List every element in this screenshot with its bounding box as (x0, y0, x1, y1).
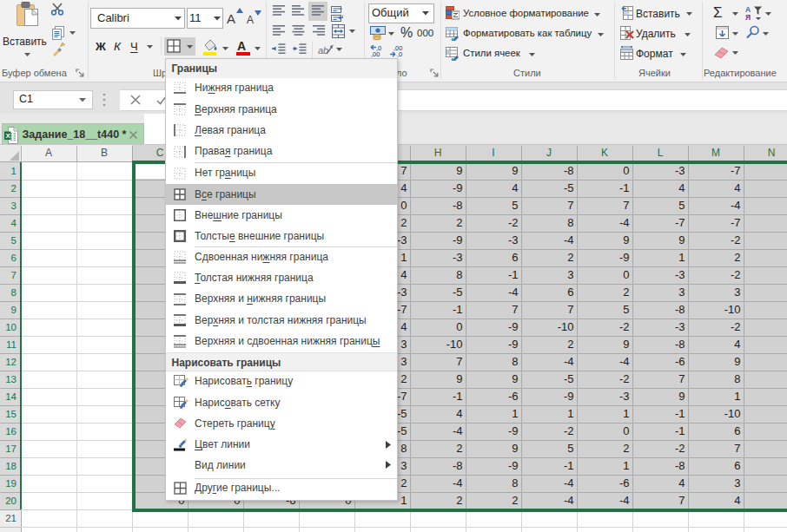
svg-text:,0: ,0 (397, 50, 402, 58)
svg-text:Я: Я (745, 13, 751, 21)
svg-text:X: X (5, 132, 10, 140)
